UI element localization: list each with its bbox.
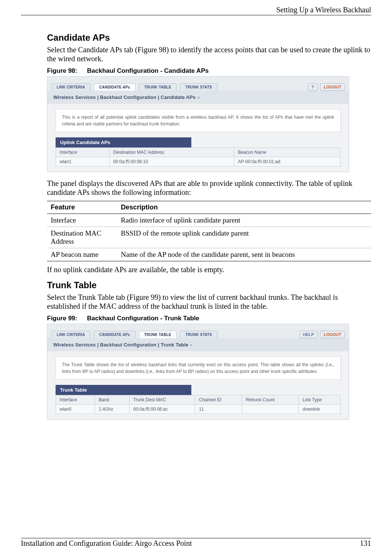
section-label-trunk: Trunk Table	[56, 385, 191, 395]
table-row: AP beacon name Name of the AP node of th…	[47, 248, 371, 261]
candidate-aps-heading: Candidate APs	[47, 32, 371, 43]
page-footer: Installation and Configuration Guide: Ai…	[21, 538, 371, 548]
trunk-table-table: Interface Band Trunk Dest MAC Channel ID…	[56, 395, 341, 414]
logout-button[interactable]: LOGOUT	[320, 83, 345, 91]
tab-link-criteria[interactable]: LINK CRITERIA	[51, 83, 91, 91]
breadcrumb: Wireless Services | Backhaul Configurati…	[47, 91, 349, 104]
breadcrumb: Wireless Services | Backhaul Configurati…	[47, 338, 349, 351]
col-interface: Interface	[56, 395, 95, 404]
footer-page-number: 131	[360, 539, 371, 548]
trunk-table-intro: Select the Trunk Table tab (Figure 99) t…	[47, 293, 371, 311]
footer-left: Installation and Configuration Guide: Ai…	[21, 539, 192, 548]
feat-header-feature: Feature	[47, 201, 117, 214]
screenshot-candidate-aps: LINK CRITERIA CANDIDATE APs TRUNK TABLE …	[47, 76, 349, 172]
tab-link-criteria[interactable]: LINK CRITERIA	[51, 331, 91, 338]
col-link-type: Link Type	[299, 395, 341, 404]
table-row: wlan0 2.4Ghz 00:0a:f5:00:06:ac 11 downli…	[56, 404, 341, 414]
feat-header-description: Description	[117, 201, 371, 214]
candidate-aps-intro: Select the Candidate APs tab (Figure 98)…	[47, 45, 371, 63]
tab-trunk-stats[interactable]: TRUNK STATS	[180, 83, 217, 91]
feature-description-table: Feature Description Interface Radio inte…	[47, 201, 371, 261]
panel-description: The Trunk Table shows the list of wirele…	[56, 357, 341, 380]
table-row: Destination MAC Address BSSID of the rem…	[47, 227, 371, 248]
after-figure-text: The panel displays the discovered APs th…	[47, 179, 371, 197]
figure-99-caption: Figure 99:Backhaul Configuration - Trunk…	[47, 315, 371, 322]
screenshot-trunk-table: LINK CRITERIA CANDIDATE APs TRUNK TABLE …	[47, 324, 349, 420]
col-dest-mac: Destination MAC Address	[109, 147, 234, 157]
col-band: Band	[95, 395, 129, 404]
trunk-table-heading: Trunk Table	[47, 280, 371, 290]
tab-candidate-aps[interactable]: CANDIDATE APs	[94, 331, 136, 338]
col-trunk-dest-mac: Trunk Dest MAC	[129, 395, 195, 404]
figure-99-label: Figure 99:	[47, 315, 77, 322]
figure-98-title: Backhaul Configuration - Candidate APs	[87, 67, 208, 74]
page-header: Setting Up a Wireless Backhaul	[21, 6, 371, 15]
panel-description: This is a report of all potential uplink…	[56, 109, 341, 132]
figure-98-caption: Figure 98:Backhaul Configuration - Candi…	[47, 67, 371, 75]
closing-text: If no uplink candidate APs are available…	[47, 265, 371, 274]
header-title: Setting Up a Wireless Backhaul	[276, 6, 371, 14]
tab-bar: LINK CRITERIA CANDIDATE APs TRUNK TABLE …	[47, 324, 349, 338]
table-row: Interface Radio interface of uplink cand…	[47, 214, 371, 227]
figure-98-label: Figure 98:	[47, 67, 77, 74]
tab-candidate-aps[interactable]: CANDIDATE APs	[94, 83, 136, 91]
tab-trunk-stats[interactable]: TRUNK STATS	[180, 331, 217, 338]
figure-99-title: Backhaul Configuration - Trunk Table	[87, 315, 199, 322]
help-button[interactable]: ?	[308, 83, 318, 91]
tab-bar: LINK CRITERIA CANDIDATE APs TRUNK TABLE …	[47, 77, 349, 91]
col-interface: Interface	[56, 147, 110, 157]
breadcrumb-text: Wireless Services | Backhaul Configurati…	[53, 94, 196, 100]
section-label-uplink: Uplink Candidate APs	[56, 137, 191, 147]
col-channel-id: Channel ID	[195, 395, 242, 404]
breadcrumb-text: Wireless Services | Backhaul Configurati…	[53, 342, 188, 348]
tab-trunk-table[interactable]: TRUNK TABLE	[139, 83, 177, 91]
uplink-candidate-table: Interface Destination MAC Address Beacon…	[56, 147, 341, 167]
col-retrunk-count: Retrunk Count	[242, 395, 298, 404]
table-row: wlan1 00:0a:f5:00:06:10 AP-00:0a:f5:00:0…	[56, 157, 341, 166]
help-button[interactable]: HELP	[300, 331, 318, 338]
col-beacon-name: Beacon Name	[234, 147, 340, 157]
logout-button[interactable]: LOGOUT	[320, 331, 345, 338]
tab-trunk-table[interactable]: TRUNK TABLE	[139, 331, 177, 338]
